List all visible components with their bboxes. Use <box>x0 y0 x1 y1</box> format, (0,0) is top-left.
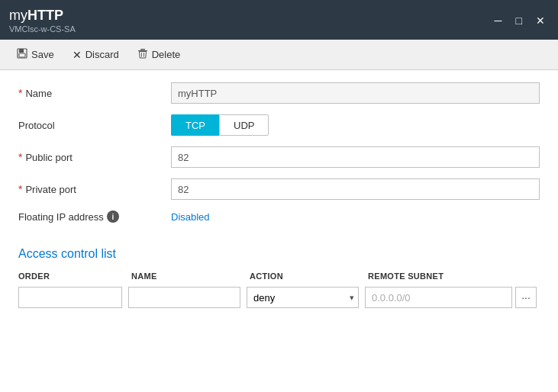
name-input[interactable] <box>171 82 540 104</box>
private-port-input[interactable] <box>171 178 540 200</box>
save-label: Save <box>31 49 54 60</box>
public-port-row: * Public port <box>18 146 540 168</box>
dots-button[interactable]: ··· <box>515 287 537 308</box>
svg-rect-1 <box>19 49 24 53</box>
svg-rect-4 <box>140 49 145 50</box>
name-row: * Name <box>18 82 540 104</box>
toolbar: Save ✕ Discard Delete <box>0 40 558 70</box>
action-select[interactable]: deny allow <box>247 287 359 308</box>
discard-button[interactable]: ✕ Discard <box>65 45 127 65</box>
acl-section: Access control list ORDER NAME ACTION RE… <box>0 241 558 317</box>
delete-icon <box>137 48 148 61</box>
delete-button[interactable]: Delete <box>130 44 189 65</box>
action-select-wrapper: deny allow ▾ <box>247 287 359 308</box>
app-title: myHTTP <box>9 8 76 24</box>
delete-label: Delete <box>152 49 181 60</box>
close-button[interactable]: ✕ <box>532 14 549 27</box>
name-cell <box>125 285 244 310</box>
form-area: * Name Protocol TCP UDP * Public port * … <box>0 70 558 241</box>
save-button[interactable]: Save <box>9 44 62 65</box>
public-port-input[interactable] <box>171 146 540 168</box>
discard-icon: ✕ <box>73 49 82 61</box>
order-input[interactable] <box>18 287 122 308</box>
info-icon: i <box>107 210 119 223</box>
acl-name-input[interactable] <box>128 287 240 308</box>
discard-label: Discard <box>85 49 119 60</box>
title-bar-left: myHTTP VMClsc-w-CS-SA <box>9 8 76 34</box>
svg-rect-2 <box>19 53 25 57</box>
acl-table: ORDER NAME ACTION REMOTE SUBNET deny <box>18 272 540 310</box>
acl-header-row: ORDER NAME ACTION REMOTE SUBNET <box>18 272 540 285</box>
app-title-prefix: my <box>9 8 27 23</box>
public-port-required-star: * <box>18 151 22 163</box>
udp-button[interactable]: UDP <box>219 114 269 136</box>
protocol-group: TCP UDP <box>171 114 269 136</box>
protocol-row: Protocol TCP UDP <box>18 114 540 136</box>
app-title-suffix: HTTP <box>27 8 63 23</box>
col-remote-subnet: REMOTE SUBNET <box>362 272 540 285</box>
action-cell: deny allow ▾ <box>244 285 362 310</box>
table-row: deny allow ▾ ··· <box>18 285 540 310</box>
col-action: ACTION <box>244 272 362 285</box>
maximize-button[interactable]: □ <box>512 14 526 27</box>
minimize-button[interactable]: ─ <box>491 14 506 27</box>
private-port-label: * Private port <box>18 183 171 195</box>
remote-subnet-input[interactable] <box>365 287 512 308</box>
protocol-label: Protocol <box>18 120 171 131</box>
subnet-cell-wrapper: ··· <box>365 287 537 308</box>
floating-ip-row: Floating IP address i Disabled <box>18 210 540 223</box>
col-order: ORDER <box>18 272 125 285</box>
save-icon <box>17 48 27 61</box>
window-controls: ─ □ ✕ <box>491 14 549 27</box>
title-bar: myHTTP VMClsc-w-CS-SA ─ □ ✕ <box>0 0 558 40</box>
floating-ip-label: Floating IP address i <box>18 210 171 223</box>
public-port-label: * Public port <box>18 151 171 163</box>
private-port-required-star: * <box>18 183 22 195</box>
name-required-star: * <box>18 87 22 99</box>
floating-ip-value: Disabled <box>171 211 210 223</box>
private-port-row: * Private port <box>18 178 540 200</box>
remote-subnet-cell: ··· <box>362 285 540 310</box>
name-label: * Name <box>18 87 171 99</box>
app-subtitle: VMClsc-w-CS-SA <box>9 24 76 34</box>
tcp-button[interactable]: TCP <box>171 114 219 136</box>
col-name: NAME <box>125 272 244 285</box>
order-cell <box>18 285 125 310</box>
acl-title: Access control list <box>18 247 540 261</box>
